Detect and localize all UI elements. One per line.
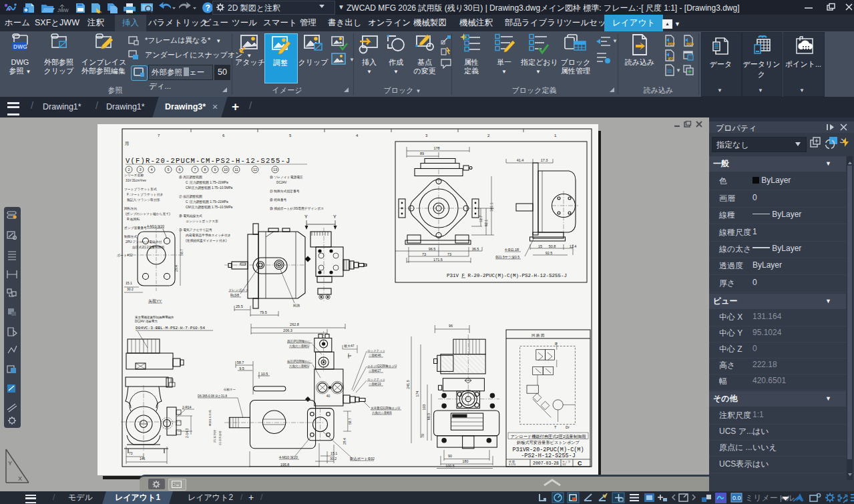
- svg-text:11: 11: [234, 168, 238, 172]
- svg-text:⑫ 特殊番号: ⑫ 特殊番号: [270, 198, 287, 202]
- svg-text:178: 178: [433, 146, 439, 150]
- svg-text:4-M10 深20: 4-M10 深20: [279, 455, 298, 459]
- svg-text:二面幅27: 二面幅27: [369, 368, 381, 372]
- svg-text:-PS2-H-12-S255-J: -PS2-H-12-S255-J: [521, 453, 576, 459]
- svg-text:C: C: [578, 460, 582, 467]
- svg-text:30.2: 30.2: [330, 457, 337, 461]
- svg-text:⑧ 電気結線方式: ⑧ 電気結線方式: [179, 214, 202, 218]
- svg-text:CM:圧力調整範囲 1.75~10.5MPa: CM:圧力調整範囲 1.75~10.5MPa: [186, 205, 233, 210]
- svg-text:ロックナット: ロックナット: [367, 349, 386, 352]
- svg-text:低圧(P2)調整ねじ: 低圧(P2)調整ねじ: [286, 359, 311, 363]
- svg-text:3: 3: [425, 134, 428, 138]
- svg-text:171.5: 171.5: [433, 258, 443, 262]
- svg-text:回 路 図: 回 路 図: [531, 333, 545, 338]
- svg-text:5: 5: [167, 168, 169, 172]
- svg-text:PDF: PDF: [668, 42, 675, 46]
- svg-text:シリーズ名称: シリーズ名称: [124, 174, 144, 178]
- svg-text:50.8: 50.8: [549, 244, 556, 248]
- svg-text:31V:31cm³/rev: 31V:31cm³/rev: [126, 179, 147, 182]
- svg-text:17.3: 17.3: [541, 158, 548, 162]
- svg-text:Y: Y: [304, 214, 308, 219]
- svg-text:⑪ 制御方式指定番号: ⑪ 制御方式指定番号: [270, 189, 300, 194]
- svg-text:25.12大径: 25.12大径: [213, 429, 216, 443]
- svg-text:195.8: 195.8: [280, 463, 289, 467]
- svg-text:103: 103: [422, 405, 426, 411]
- svg-text:12: 12: [253, 168, 257, 172]
- svg-text:Rc3/8: Rc3/8: [230, 293, 239, 297]
- svg-text:79.5: 79.5: [260, 310, 267, 314]
- svg-text:7: 7: [158, 134, 160, 138]
- svg-text:73: 73: [447, 252, 451, 256]
- svg-text:伝動キー: 伝動キー: [223, 388, 236, 391]
- svg-text:25.5: 25.5: [236, 304, 243, 308]
- svg-text:22.225小径: 22.225小径: [218, 431, 222, 445]
- svg-text:70: 70: [421, 434, 425, 438]
- svg-text:180: 180: [463, 459, 469, 463]
- svg-text:二面幅46: 二面幅46: [369, 353, 381, 357]
- svg-text:V(F)R-20-2PUCM-CM-PS2-H-12-S25: V(F)R-20-2PUCM-CM-PS2-H-12-S255-J: [126, 157, 291, 165]
- svg-text:12.7: 12.7: [479, 216, 483, 223]
- svg-text:30.2: 30.2: [127, 287, 134, 291]
- svg-text:吸込ポートΦ32: 吸込ポートΦ32: [350, 457, 375, 461]
- svg-text:P: P: [555, 342, 558, 346]
- svg-text:(逆接続保護ダイオード付き): (逆接続保護ダイオード付き): [186, 238, 227, 243]
- svg-text:4-Φ11.1R: 4-Φ11.1R: [505, 248, 519, 252]
- svg-text:29.4: 29.4: [174, 265, 178, 272]
- svg-text:9.5: 9.5: [239, 366, 244, 370]
- svg-text:最大47: 最大47: [344, 344, 355, 348]
- svg-text:DGN: DGN: [686, 42, 694, 46]
- svg-text:13: 13: [273, 168, 277, 172]
- svg-text:89: 89: [420, 152, 424, 156]
- svg-text:41.4: 41.4: [517, 158, 524, 162]
- svg-text:15.1: 15.1: [126, 281, 132, 285]
- svg-text:ドレンポート: ドレンポート: [228, 288, 249, 292]
- svg-text:161.1: 161.1: [489, 202, 493, 212]
- svg-text:58.7: 58.7: [180, 249, 184, 256]
- svg-text:2: 2: [128, 168, 130, 172]
- svg-text:1/2: 1/2: [562, 463, 566, 466]
- svg-text:ポンプ容量番号: ポンプ容量番号: [124, 226, 147, 230]
- svg-text:206.3: 206.3: [283, 328, 292, 332]
- svg-text:58.7: 58.7: [348, 418, 352, 425]
- svg-text:0.0: 0.0: [732, 495, 741, 501]
- svg-text:⑥ 高圧調整範囲: ⑥ 高圧調整範囲: [179, 175, 202, 180]
- svg-text:96: 96: [449, 324, 453, 328]
- svg-text:3: 3: [139, 168, 141, 172]
- svg-text:⑦ 低圧調整範囲: ⑦ 低圧調整範囲: [179, 194, 202, 199]
- svg-text:Dr: Dr: [566, 425, 570, 429]
- svg-text:無記入:フランジ取付形: 無記入:フランジ取付形: [127, 198, 160, 202]
- svg-text:アンロード機能付自圧式2圧2流量制御用: アンロード機能付自圧式2圧2流量制御用: [511, 434, 586, 439]
- svg-text:DC24V 消費電力: DC24V 消費電力: [135, 320, 158, 323]
- svg-text:2-R14: 2-R14: [182, 405, 192, 409]
- svg-text:8: 8: [204, 168, 206, 172]
- svg-text:IFC: IFC: [668, 57, 674, 61]
- svg-text:T: T: [554, 425, 557, 429]
- svg-text:10.5: 10.5: [261, 372, 268, 376]
- svg-text:6: 6: [222, 134, 225, 138]
- svg-text:90: 90: [448, 454, 452, 458]
- svg-text:D6.365-0.08 深さ31.8: D6.365-0.08 深さ31.8: [198, 395, 227, 398]
- svg-text:92.1: 92.1: [484, 220, 488, 227]
- svg-text:Y: Y: [8, 460, 12, 467]
- svg-text:58.7: 58.7: [237, 360, 244, 364]
- svg-text:241.5: 241.5: [406, 380, 410, 389]
- svg-text:フートブラケット形式: フートブラケット形式: [124, 187, 157, 191]
- svg-text:斜板式可変容量形ピストンポンプ: 斜板式可変容量形ピストンポンプ: [516, 440, 580, 445]
- svg-text:(ポンプのシャフト端から見て): (ポンプのシャフト端から見て): [126, 212, 170, 216]
- svg-text:146: 146: [140, 457, 146, 461]
- svg-text:大流量(Q1)調整ネジU: 大流量(Q1)調整ネジU: [371, 406, 400, 410]
- svg-text:二面幅19: 二面幅19: [369, 382, 381, 386]
- svg-text:10: 10: [224, 168, 228, 172]
- svg-text:東京電機産業型制御用電磁弁: 東京電機産業型制御用電磁弁: [135, 315, 174, 319]
- svg-text:73: 73: [129, 451, 133, 455]
- svg-text:?: ?: [206, 3, 210, 13]
- svg-text:小ネジ(Q2)調整ネジU: 小ネジ(Q2)調整ネジU: [367, 364, 397, 368]
- svg-text:Φ101.6-0.05: Φ101.6-0.05: [208, 409, 212, 426]
- svg-text:自圧式2圧2流量制御形: 自圧式2圧2流量制御形: [132, 245, 165, 250]
- svg-text:92.5: 92.5: [546, 251, 553, 255]
- svg-text:6.174: 6.174: [509, 463, 516, 466]
- svg-text:給油: 給油: [292, 303, 300, 308]
- svg-text:D04VC-3-BBL-M-PS2-H-7-P10-54: D04VC-3-BBL-M-PS2-H-7-P10-54: [136, 326, 205, 330]
- svg-text:68.5: 68.5: [427, 413, 431, 420]
- svg-text:36.5: 36.5: [472, 247, 479, 251]
